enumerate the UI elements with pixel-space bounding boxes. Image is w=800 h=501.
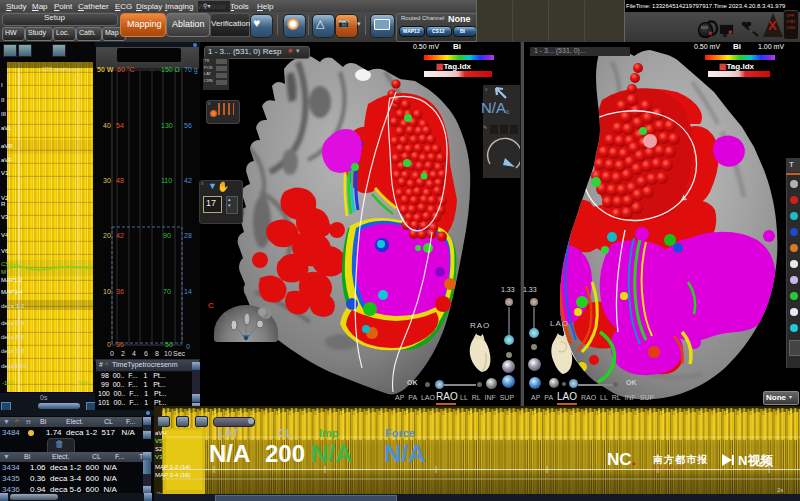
svg-text:0: 0 (186, 343, 190, 350)
svg-text:0: 0 (110, 350, 114, 357)
svg-text:48: 48 (116, 177, 124, 184)
svg-text:8: 8 (155, 350, 159, 357)
svg-text:42: 42 (184, 177, 192, 184)
svg-text:40: 40 (103, 122, 111, 129)
svg-text:14: 14 (184, 288, 192, 295)
svg-text:10: 10 (164, 350, 172, 357)
svg-text:Sec: Sec (173, 350, 186, 357)
svg-text:10: 10 (103, 288, 111, 295)
svg-text:4: 4 (132, 350, 136, 357)
svg-text:42: 42 (116, 232, 124, 239)
svg-text:30: 30 (103, 177, 111, 184)
svg-text:130: 130 (161, 122, 173, 129)
svg-text:28: 28 (184, 232, 192, 239)
svg-text:54: 54 (116, 122, 124, 129)
svg-text:110: 110 (161, 177, 172, 184)
svg-text:20: 20 (103, 232, 111, 239)
svg-text:36: 36 (116, 288, 124, 295)
svg-text:70 g: 70 g (184, 66, 198, 74)
svg-text:90: 90 (163, 232, 171, 239)
svg-text:50: 50 (165, 341, 173, 348)
svg-text:70: 70 (163, 288, 171, 295)
svg-text:150 Ω: 150 Ω (161, 66, 180, 73)
svg-text:30: 30 (116, 341, 124, 348)
svg-text:0: 0 (107, 341, 111, 348)
svg-text:2: 2 (121, 350, 125, 357)
svg-text:6: 6 (144, 350, 148, 357)
svg-text:60 °C: 60 °C (117, 66, 135, 73)
svg-text:50 W: 50 W (97, 66, 114, 73)
svg-text:56: 56 (184, 122, 192, 129)
